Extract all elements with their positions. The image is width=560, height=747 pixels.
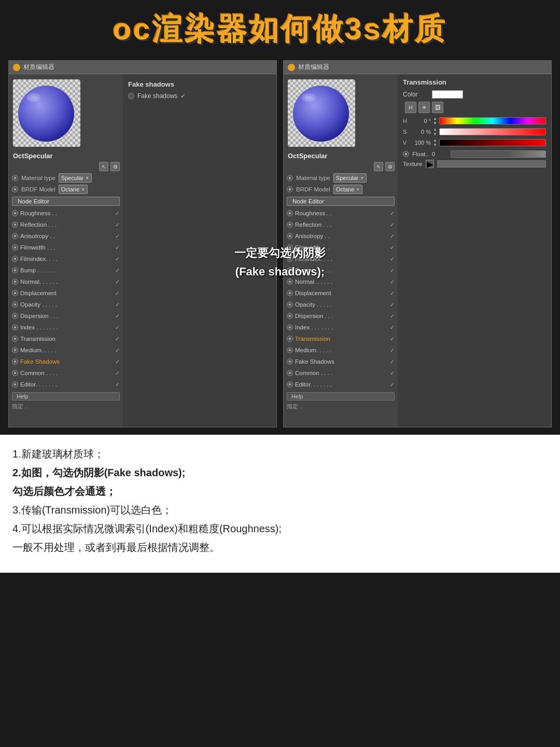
prop-check: ✓ [390,313,395,320]
prop-label: Dispersion . . . [295,313,388,319]
list-item: Dispersion . . .✓ [284,310,398,322]
right-toolbar-gear[interactable]: ⚙ [385,162,395,171]
left-toolbar: ↖ ⚙ [9,161,123,172]
prop-label: Medium. . . . . [20,347,113,353]
trans-float-bar[interactable] [451,150,546,158]
trans-h-bar[interactable] [439,117,546,125]
trans-color-swatch[interactable] [432,90,463,99]
trans-color-row: Color [403,90,546,99]
right-mat-type-select[interactable]: Specular ▼ [333,173,367,183]
list-item: 4.可以根据实际情况微调索引(Index)和粗糙度(Roughness); [12,520,548,537]
left-help-btn[interactable]: Help [12,392,120,400]
prop-label: Normal. . . . . . [295,279,388,285]
prop-label: Anisotropy . . [20,233,113,239]
left-editor-title: 材质编辑器 [23,63,54,72]
prop-label: Common . . . . [20,370,113,376]
prop-label: Displacement [295,290,388,296]
prop-label: Displacement [20,290,113,296]
prop-dot [287,222,293,228]
list-item: Filmindex. . . .✓ [284,253,398,265]
left-toolbar-gear[interactable]: ⚙ [110,162,120,171]
prop-label: Filmindex. . . . [20,256,113,262]
left-brdf-dot [12,186,18,192]
list-item: Medium. . . . .✓ [9,344,123,356]
prop-check: ✓ [115,256,120,262]
trans-v-spinner[interactable]: ▲▼ [433,138,437,147]
prop-dot [12,244,18,251]
prop-dot [287,336,293,342]
prop-check: ✓ [390,358,395,365]
right-editor-body: OctSpecular ↖ ⚙ Material type Specular ▼ [284,74,551,427]
right-toolbar: ↖ ⚙ [284,161,398,172]
prop-check: ✓ [390,279,395,285]
left-toolbar-cursor[interactable]: ↖ [99,162,108,171]
list-item: Transmission✓ [9,333,123,344]
prop-dot [287,233,293,239]
prop-check: ✓ [390,336,395,342]
list-item: Displacement✓ [284,287,398,299]
prop-check: ✓ [115,313,120,320]
prop-dot [12,290,18,296]
trans-icon-h[interactable]: H [405,102,416,113]
trans-v-bar[interactable] [439,139,546,146]
list-item: 3.传输(Transmission)可以选白色； [12,501,548,519]
fake-shadows-panel: Fake shadows Fake shadows ✓ [128,77,271,103]
right-node-editor-btn[interactable]: Node Editor [287,197,395,206]
trans-icons-row: H ☀ 🖼 [403,102,546,113]
prop-dot [12,313,18,319]
prop-dot [287,324,293,330]
right-toolbar-cursor[interactable]: ↖ [374,162,383,171]
right-editor-icon [288,64,295,71]
list-item: 勾选后颜色才会通透； [12,482,548,500]
prop-dot [12,222,18,228]
trans-h-spinner[interactable]: ▲▼ [433,116,437,126]
prop-check: ✓ [390,256,395,262]
right-sphere-ball [293,86,349,142]
left-editor-body: OctSpecular ↖ ⚙ Material type Specular ▼ [9,74,276,427]
right-material-editor: 材质编辑器 OctSpecular ↖ ⚙ Material type S [283,60,552,427]
list-item: 1.新建玻璃材质球； [12,445,548,463]
panels-wrapper: 材质编辑器 OctSpecular ↖ ⚙ Material type S [0,60,560,427]
prop-dot [12,301,18,308]
prop-dot [12,279,18,285]
left-brdf-label: BRDF Model [21,186,55,192]
list-item: Editor. . . . . . .✓ [284,379,398,390]
right-help-btn[interactable]: Help [287,392,395,400]
trans-s-spinner[interactable]: ▲▼ [433,127,437,136]
right-brdf-select[interactable]: Octane ▼ [333,185,362,194]
prop-check: ✓ [390,324,395,331]
list-item: Common . . . .✓ [284,367,398,379]
trans-s-val: 0 % [412,129,431,135]
list-item: Index . . . . . . .✓ [284,322,398,333]
list-item: Transmission✓ [284,333,398,344]
right-props-list: Roughness . .✓Reflection . . .✓Anisotrop… [284,208,398,390]
trans-v-key: V [403,140,410,146]
prop-check: ✓ [390,301,395,308]
left-brdf-row: BRDF Model Octane ▼ [9,184,123,195]
prop-dot [12,324,18,330]
right-brdf-label: BRDF Model [296,186,330,192]
trans-s-bar[interactable] [439,128,546,135]
trans-icon-sun[interactable]: ☀ [418,102,430,113]
list-item: Filmwidth . . .✓ [284,242,398,253]
left-node-editor-btn[interactable]: Node Editor [12,197,120,206]
fake-shadows-row: Fake shadows ✓ [128,91,271,101]
trans-texture-btn[interactable]: ▶ [426,160,434,168]
left-editor-titlebar: 材质编辑器 [9,61,276,74]
left-brdf-select[interactable]: Octane ▼ [59,185,88,194]
left-mat-type-select[interactable]: Specular ▼ [59,173,92,183]
prop-check: ✓ [390,347,395,354]
prop-label: Filmindex. . . . [295,256,388,262]
list-item: Bump . . . . . .✓ [9,265,123,276]
trans-icon-img[interactable]: 🖼 [432,102,443,113]
trans-float-label: Float.. [412,151,429,157]
prop-check: ✓ [390,244,395,251]
trans-h-val: 0 ° [412,118,431,124]
trans-color-label: Color [403,91,428,98]
prop-dot [12,370,18,376]
list-item: Fake Shadows✓ [9,356,123,367]
prop-label: Editor. . . . . . . [20,381,113,388]
left-material-editor: 材质编辑器 OctSpecular ↖ ⚙ Material type S [8,60,277,427]
prop-check: ✓ [390,222,395,228]
prop-label: Bump . . . . . . [20,267,113,273]
